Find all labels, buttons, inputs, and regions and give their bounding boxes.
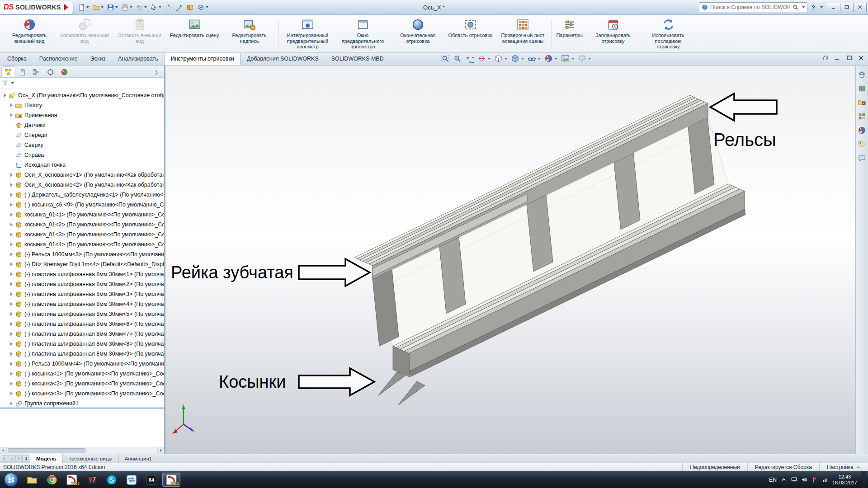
action-center-flag-icon[interactable] (811, 476, 818, 483)
apply-scene-button[interactable] (561, 54, 574, 63)
model-3d-view[interactable]: Рельсы Рейка зубчатая Косынки (165, 66, 855, 454)
print-button[interactable] (120, 3, 134, 12)
search-input[interactable]: Поиск в Справке по SOLIDWORKS (710, 4, 790, 10)
tab-feature-manager[interactable] (1, 66, 15, 77)
tree-item[interactable]: косынка_01<2> (По умолчанию<<По умолчани… (0, 220, 164, 230)
language-indicator[interactable]: EN (769, 477, 777, 483)
previous-view-button[interactable] (465, 54, 474, 63)
navnext-button[interactable] (15, 455, 22, 462)
tree-item[interactable]: (-) пластина шлифованная 8мм 30мм<6> (По… (0, 319, 164, 329)
view-settings-button[interactable] (578, 54, 591, 63)
expander-icon[interactable] (9, 113, 14, 117)
expander-icon[interactable] (9, 173, 14, 177)
display-tray-icon[interactable] (791, 476, 797, 483)
command-tab[interactable]: SOLIDWORKS MBD (325, 53, 390, 65)
dropdown-arrow-icon[interactable] (505, 58, 507, 60)
tree-item[interactable]: (-) косынка_с6.<9> (По умолчанию<По умол… (0, 200, 164, 210)
dropdown-arrow-icon[interactable] (115, 6, 118, 8)
tree-item[interactable]: (-) косынка<2> (По умолчанию<<По умолчан… (0, 379, 164, 389)
expander-icon[interactable] (9, 292, 14, 296)
tree-item[interactable]: (-) Düz Kremayer Dişli 1m<4> (Default<<D… (0, 259, 164, 269)
taskbar-app-sync-app[interactable] (123, 473, 141, 487)
tree-item[interactable]: History (0, 100, 164, 110)
taskbar-clock[interactable]: 12:43 16.03.2017 (832, 474, 857, 485)
taskpane-library-button[interactable] (858, 84, 866, 93)
dropdown-arrow-icon[interactable] (538, 58, 541, 60)
doc-close-button[interactable] (858, 55, 864, 61)
dropdown-arrow-icon[interactable] (130, 6, 132, 8)
eyedropper-button[interactable] (174, 3, 184, 12)
expander-icon[interactable] (9, 203, 14, 206)
expander-icon[interactable] (9, 372, 14, 375)
expander-icon[interactable] (2, 94, 8, 97)
network-icon[interactable] (822, 476, 829, 483)
filter-dropdown-icon[interactable] (11, 82, 14, 84)
doc-tab[interactable]: Анимация1 (119, 454, 158, 463)
expander-icon[interactable] (9, 223, 14, 226)
ribbon-button[interactable]: Редактировать сцену (167, 16, 222, 52)
filter-funnel-icon[interactable] (2, 80, 9, 86)
expander-icon[interactable] (9, 282, 14, 286)
dropdown-arrow-icon[interactable] (588, 58, 591, 60)
taskbar-app-explorer[interactable] (23, 473, 41, 487)
expander-icon[interactable] (9, 233, 14, 236)
ribbon-button[interactable]: Редактировать внешний вид (2, 16, 57, 52)
ribbon-button[interactable]: Проверочный лист освещения сцены (495, 16, 550, 52)
dropdown-arrow-icon[interactable] (86, 6, 89, 8)
expander-icon[interactable] (9, 362, 14, 366)
tree-item[interactable]: косынка_01<3> (По умолчанию<<По умолчани… (0, 230, 164, 239)
dropdown-arrow-icon[interactable] (206, 6, 208, 8)
volume-icon[interactable] (801, 476, 808, 483)
panel-horizontal-scrollbar[interactable] (0, 447, 164, 454)
taskpane-explorer-button[interactable] (858, 98, 866, 107)
command-tab[interactable]: Добавления SOLIDWORKS (241, 53, 325, 65)
mouse-button[interactable] (163, 3, 174, 12)
tree-item[interactable]: Примечания (0, 110, 164, 120)
tree-item[interactable]: косынка_01<1> (По умолчанию<<По умолчани… (0, 210, 164, 220)
tree-item[interactable]: (-) Рельса 1000мм<4> (По умолчанию<<По у… (0, 359, 164, 369)
expander-icon[interactable] (9, 402, 14, 405)
taskbar-app-skype[interactable] (103, 473, 121, 487)
dropdown-arrow-icon[interactable] (555, 58, 557, 60)
doc-min-button[interactable] (834, 55, 841, 61)
tab-display-manager[interactable] (57, 66, 71, 77)
tree-item[interactable]: (-) Рельса 1000мм<3> (По умолчанию<<По у… (0, 249, 164, 259)
command-tab[interactable]: Сборка (1, 53, 33, 65)
minimize-button[interactable] (827, 3, 840, 12)
expander-icon[interactable] (9, 263, 14, 266)
expander-icon[interactable] (9, 193, 14, 197)
expander-icon[interactable] (9, 213, 14, 216)
scroll-left-arrow[interactable] (0, 447, 7, 454)
show-desktop-button[interactable] (861, 471, 866, 488)
search-dropdown-icon[interactable] (802, 6, 805, 8)
taskpane-home-button[interactable] (858, 70, 866, 79)
dropdown-arrow-icon[interactable] (571, 58, 574, 60)
taskbar-app-v75-app[interactable] (83, 473, 101, 487)
doc-tab[interactable]: Модель (30, 454, 63, 463)
tab-configuration-manager[interactable] (29, 66, 43, 77)
dropdown-arrow-icon[interactable] (159, 6, 161, 8)
expander-icon[interactable] (9, 382, 14, 385)
tree-item[interactable]: (-) пластина шлифованная 8мм 30мм<9> (По… (0, 349, 164, 359)
taskpane-forum-button[interactable] (858, 154, 866, 163)
tree-item[interactable]: (-) косынка<3> (По умолчанию<<По умолчан… (0, 389, 164, 399)
navprev-button[interactable] (9, 455, 15, 462)
new-document-button[interactable] (76, 3, 90, 12)
help-button[interactable]: ? (810, 4, 816, 11)
command-tab[interactable]: Анализировать (112, 53, 165, 65)
tree-item[interactable]: (-) пластина шлифованная 8мм 30мм<5> (По… (0, 309, 164, 319)
section-view-button[interactable] (477, 54, 491, 63)
gear-button[interactable] (196, 3, 210, 12)
tree-item[interactable]: Оси_X_основание<1> (По умолчанию<Как обр… (0, 170, 164, 180)
doc-cascade-button[interactable] (822, 55, 829, 61)
tree-item[interactable]: Оси_X_основание<2> (По умолчанию<Как обр… (0, 180, 164, 190)
expander-icon[interactable] (9, 322, 14, 326)
taskbar-app-app-64[interactable]: 64 (142, 473, 160, 487)
expander-icon[interactable] (9, 183, 14, 187)
tree-item[interactable]: Исходная точка (0, 160, 164, 170)
tree-item[interactable]: косынка_01<4> (По умолчанию<<По умолчани… (0, 239, 164, 249)
ribbon-button[interactable]: Использовать последнюю отрисовку (641, 16, 696, 52)
view-orientation-button[interactable] (494, 54, 507, 63)
command-tab[interactable]: Инструменты отрисовки (165, 53, 241, 65)
tree-item[interactable]: Датчики (0, 120, 164, 130)
